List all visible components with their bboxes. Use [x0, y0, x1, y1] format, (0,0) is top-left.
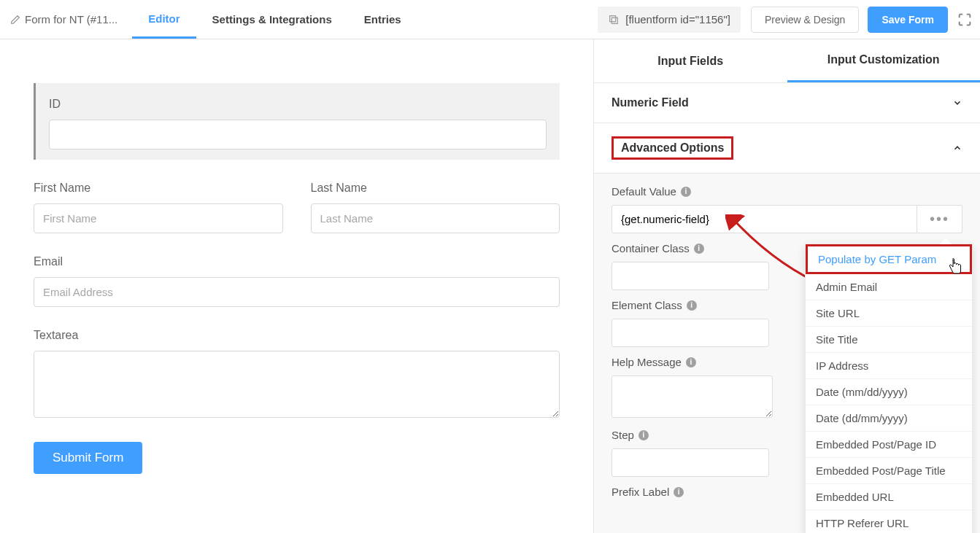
tab-settings[interactable]: Settings & Integrations	[196, 0, 348, 39]
info-icon[interactable]: i	[687, 300, 697, 311]
dropdown-item-site-url[interactable]: Site URL	[806, 300, 972, 327]
dropdown-arrow-icon	[940, 238, 952, 244]
shortcode-text: [fluentform id="1156"]	[625, 13, 730, 26]
pencil-icon	[10, 15, 20, 25]
accordion-numeric-field[interactable]: Numeric Field	[594, 83, 980, 123]
svg-rect-0	[612, 17, 618, 23]
info-icon[interactable]: i	[681, 187, 691, 197]
first-name-label: First Name	[34, 182, 283, 195]
form-title[interactable]: Form for NT (#11...	[0, 13, 128, 26]
shortcode-box[interactable]: [fluentform id="1156"]	[598, 7, 741, 33]
dropdown-item-date-dmy[interactable]: Date (dd/mm/yyyy)	[806, 405, 972, 432]
tab-input-fields[interactable]: Input Fields	[594, 39, 787, 82]
textarea-input[interactable]	[34, 351, 560, 418]
main-area: ID First Name Last Name Email Textarea S…	[0, 39, 980, 533]
shortcode-dropdown: Populate by GET Param Admin Email Site U…	[805, 244, 973, 533]
dropdown-item-site-title[interactable]: Site Title	[806, 327, 972, 353]
info-icon[interactable]: i	[686, 357, 696, 367]
fullscreen-icon[interactable]	[957, 12, 973, 28]
save-form-button[interactable]: Save Form	[868, 7, 948, 33]
form-title-text: Form for NT (#11...	[25, 13, 117, 26]
help-message-input[interactable]	[611, 376, 773, 418]
first-name-input[interactable]	[34, 203, 283, 233]
step-input[interactable]	[611, 448, 769, 477]
field-block-last-name[interactable]: Last Name	[311, 182, 560, 233]
email-input[interactable]	[34, 277, 560, 307]
step-label: Step	[611, 429, 634, 441]
dropdown-item-post-title[interactable]: Embedded Post/Page Title	[806, 458, 972, 484]
advanced-options-label: Advanced Options	[611, 136, 733, 160]
field-block-first-name[interactable]: First Name	[34, 182, 283, 233]
option-default-value: Default Value i •••	[594, 176, 980, 233]
chevron-down-icon	[952, 98, 962, 108]
info-icon[interactable]: i	[674, 487, 684, 497]
chevron-up-icon	[952, 143, 962, 153]
info-icon[interactable]: i	[638, 430, 649, 440]
default-value-label: Default Value	[611, 185, 676, 198]
right-panel-tabs: Input Fields Input Customization	[594, 39, 980, 83]
copy-icon	[608, 14, 620, 26]
field-block-textarea[interactable]: Textarea	[34, 329, 560, 420]
textarea-label: Textarea	[34, 329, 560, 342]
last-name-label: Last Name	[311, 182, 560, 195]
field-block-email[interactable]: Email	[34, 255, 560, 307]
email-label: Email	[34, 255, 560, 268]
tab-input-customization[interactable]: Input Customization	[787, 39, 981, 82]
dropdown-item-admin-email[interactable]: Admin Email	[806, 274, 972, 300]
accordion-advanced-options[interactable]: Advanced Options	[594, 123, 980, 174]
id-input[interactable]	[49, 120, 547, 149]
form-canvas: ID First Name Last Name Email Textarea S…	[0, 39, 593, 533]
cursor-hand-icon	[948, 258, 962, 276]
dropdown-item-post-id[interactable]: Embedded Post/Page ID	[806, 432, 972, 458]
dropdown-item-ip-address[interactable]: IP Address	[806, 353, 972, 379]
id-label: ID	[49, 98, 547, 111]
tab-editor[interactable]: Editor	[132, 0, 196, 39]
more-options-button[interactable]: •••	[917, 205, 962, 233]
container-class-input[interactable]	[611, 262, 769, 290]
preview-design-button[interactable]: Preview & Design	[751, 7, 860, 33]
svg-rect-1	[610, 15, 616, 21]
numeric-field-label: Numeric Field	[611, 96, 689, 109]
help-message-label: Help Message	[611, 356, 682, 368]
submit-button[interactable]: Submit Form	[34, 442, 142, 474]
element-class-input[interactable]	[611, 319, 769, 347]
top-bar: Form for NT (#11... Editor Settings & In…	[0, 0, 980, 39]
dropdown-item-referer-url[interactable]: HTTP Referer URL	[806, 510, 972, 533]
field-block-id[interactable]: ID	[34, 83, 560, 160]
dropdown-item-date-mdy[interactable]: Date (mm/dd/yyyy)	[806, 379, 972, 405]
default-value-input[interactable]	[611, 205, 917, 233]
tab-entries[interactable]: Entries	[348, 0, 417, 39]
last-name-input[interactable]	[311, 203, 560, 233]
dropdown-item-embedded-url[interactable]: Embedded URL	[806, 484, 972, 510]
dropdown-item-get-param[interactable]: Populate by GET Param	[806, 244, 972, 274]
container-class-label: Container Class	[611, 242, 690, 254]
main-tabs: Editor Settings & Integrations Entries	[132, 0, 417, 39]
prefix-label-label: Prefix Label	[611, 486, 669, 498]
right-panel: Input Fields Input Customization Numeric…	[593, 39, 980, 533]
element-class-label: Element Class	[611, 299, 682, 311]
info-icon[interactable]: i	[694, 244, 704, 254]
